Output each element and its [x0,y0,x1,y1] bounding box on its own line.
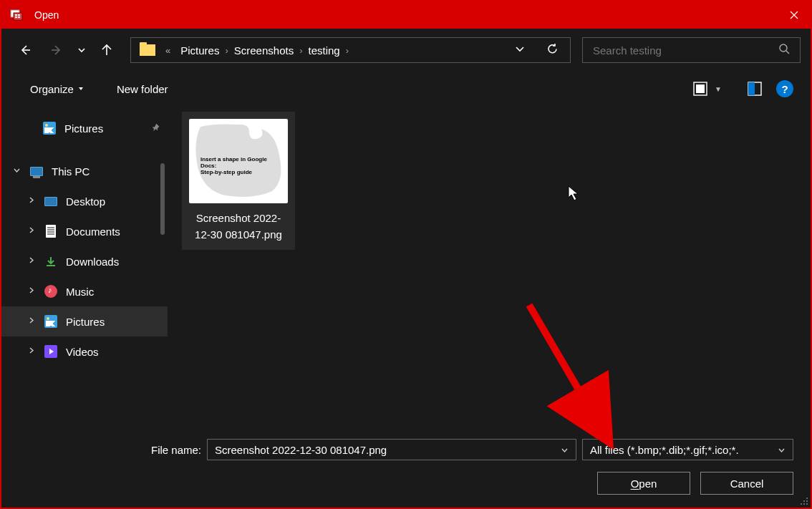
svg-rect-10 [748,82,755,95]
svg-rect-2 [15,14,17,16]
app-icon [10,8,24,22]
file-item[interactable]: Insert a shape in Google Docs: Step-by-s… [182,112,295,250]
chevron-down-icon [561,446,569,454]
downloads-icon [44,255,57,268]
svg-rect-5 [18,16,20,18]
preview-pane-button[interactable] [743,77,766,100]
sidebar-item-videos[interactable]: Videos [1,336,168,367]
preview-pane-icon [747,81,763,97]
breadcrumb-pictures[interactable]: Pictures [175,44,225,57]
recent-dropdown[interactable] [74,46,89,54]
sidebar-item-documents[interactable]: Documents [1,216,168,246]
pictures-icon [43,122,56,135]
filetype-select[interactable]: All files (*.bmp;*.dib;*.gif;*.ico;*. [582,439,793,460]
view-button[interactable] [689,77,712,100]
file-name-label: Screenshot 2022-12-30 081047.png [189,210,288,243]
sidebar-item-music[interactable]: Music [1,276,168,306]
open-button[interactable]: Open [597,472,690,495]
titlebar: Open [1,1,811,29]
toolbar: Organize New folder ▼ ? [1,72,811,106]
svg-rect-4 [15,16,17,18]
help-icon: ? [781,83,788,95]
help-button[interactable]: ? [776,80,793,97]
chevron-right-icon [27,196,37,206]
cancel-button[interactable]: Cancel [700,472,793,495]
footer: File name: Screenshot 2022-12-30 081047.… [1,420,811,508]
sidebar: Pictures This PC Desktop [1,106,168,420]
chevron-right-icon [27,316,37,326]
svg-rect-3 [18,14,20,16]
window-title: Open [34,9,777,21]
address-history-dropdown[interactable] [505,44,535,57]
new-folder-button[interactable]: New folder [110,79,175,100]
chevron-right-icon [27,346,37,357]
file-list[interactable]: Insert a shape in Google Docs: Step-by-s… [168,106,811,420]
videos-icon [44,345,57,358]
chevron-down-icon [778,446,786,454]
chevron-right-icon [27,286,37,296]
breadcrumb-testing[interactable]: testing [303,44,346,57]
navbar: « Pictures › Screenshots › testing › [1,29,811,72]
view-icon [692,81,708,97]
svg-rect-8 [696,84,705,93]
up-button[interactable] [93,37,120,64]
back-button[interactable] [11,37,39,64]
refresh-button[interactable] [535,43,570,58]
breadcrumb-overflow[interactable]: « [165,45,170,56]
forward-button[interactable] [43,37,70,64]
svg-point-6 [780,44,787,52]
sidebar-item-pictures-quick[interactable]: Pictures [1,113,168,143]
pictures-icon [44,315,57,328]
documents-icon [46,225,56,238]
scrollbar[interactable] [160,163,165,235]
sidebar-item-downloads[interactable]: Downloads [1,246,168,276]
search-input[interactable] [593,44,778,57]
organize-button[interactable]: Organize [23,79,91,100]
sidebar-item-pictures[interactable]: Pictures [1,306,168,336]
breadcrumb-screenshots[interactable]: Screenshots [228,44,299,57]
pc-icon [30,167,43,176]
filename-input[interactable]: Screenshot 2022-12-30 081047.png [207,439,576,460]
chevron-down-icon [13,166,23,176]
desktop-icon [44,197,57,206]
view-dropdown[interactable]: ▼ [712,85,725,93]
chevron-right-icon [27,256,37,266]
addressbar[interactable]: « Pictures › Screenshots › testing › [130,37,571,63]
chevron-right-icon [27,226,37,236]
searchbox[interactable] [582,37,801,63]
folder-icon [140,44,155,56]
pin-icon [151,122,160,134]
close-button[interactable] [777,1,811,29]
file-thumbnail: Insert a shape in Google Docs: Step-by-s… [189,119,288,203]
search-icon [778,43,790,57]
music-icon [44,285,57,298]
sidebar-item-this-pc[interactable]: This PC [1,156,168,186]
caret-down-icon [78,86,84,92]
sidebar-item-desktop[interactable]: Desktop [1,186,168,216]
filename-label: File name: [19,444,201,456]
chevron-right-icon: › [346,45,349,56]
